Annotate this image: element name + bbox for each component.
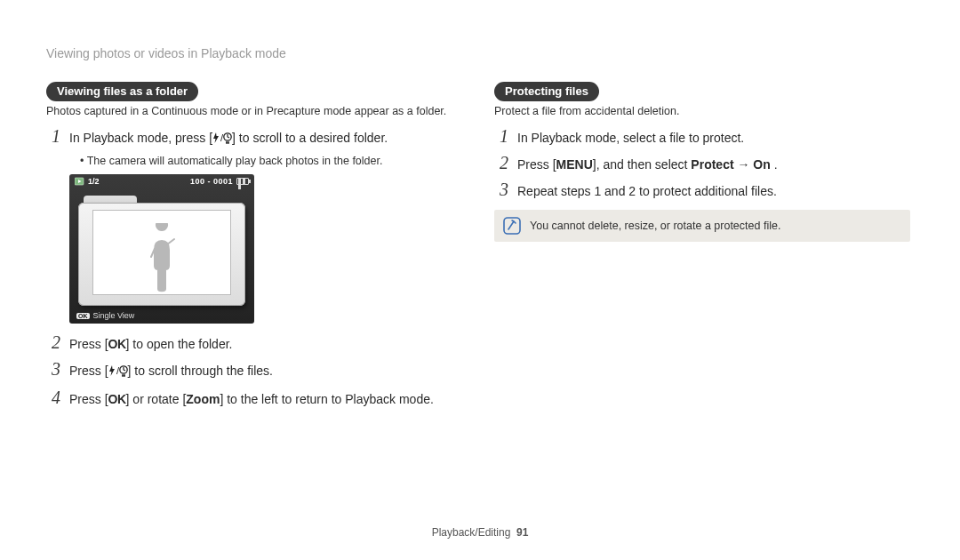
step-2: 2 Press [MENU], and then select Protect … <box>494 153 910 174</box>
step-text-part: Press [ <box>517 157 556 172</box>
camera-screen: 1/2 100 - 0001 HS <box>69 174 254 324</box>
step-text: Press [OK] to open the folder. <box>69 335 232 354</box>
step-number: 1 <box>494 126 508 147</box>
ok-badge: OK <box>76 313 90 319</box>
step-text-part: ] to scroll to a desired folder. <box>232 131 388 145</box>
protect-label: Protect <box>691 157 733 172</box>
footer-page-number: 91 <box>516 526 528 539</box>
step-text: In Playback mode, select a file to prote… <box>517 129 744 148</box>
folder-graphic: HS <box>78 194 245 306</box>
step-number: 2 <box>46 332 60 353</box>
photo-counter: 1/2 <box>88 177 100 186</box>
step-number: 4 <box>46 388 60 408</box>
note-callout: You cannot delete, resize, or rotate a p… <box>494 210 910 242</box>
step-text-part: Press [ <box>69 337 108 351</box>
folder-number: 100 - 0001 <box>190 177 233 186</box>
step-text-part: Press [ <box>69 392 108 406</box>
camera-bottom-bar: OK Single View <box>76 311 134 320</box>
on-label: On <box>753 157 770 172</box>
battery-icon <box>236 178 249 185</box>
step-1: 1 In Playback mode, press [/] to scroll … <box>46 126 462 149</box>
arrow: → <box>734 157 754 172</box>
photo-silhouette <box>92 210 231 295</box>
footer-section: Playback/Editing <box>432 526 511 539</box>
bottom-label: Single View <box>93 311 135 320</box>
note-text: You cannot delete, resize, or rotate a p… <box>530 220 780 232</box>
flash-timer-icon: / <box>108 364 128 382</box>
step-text: Press [/] to scroll through the files. <box>69 362 273 382</box>
ok-key: OK <box>108 392 126 406</box>
section-description: Protect a file from accidental deletion. <box>494 105 910 117</box>
camera-preview-thumb: 1/2 100 - 0001 HS <box>69 174 462 324</box>
step-text: Press [OK] or rotate [Zoom] to the left … <box>69 390 434 409</box>
step-number: 1 <box>46 126 60 147</box>
left-column: Viewing files as a folder Photos capture… <box>46 82 462 414</box>
step-1: 1 In Playback mode, select a file to pro… <box>494 126 910 148</box>
step-number: 3 <box>494 180 508 200</box>
step-number: 3 <box>46 359 60 380</box>
step-text: In Playback mode, press [/] to scroll to… <box>69 129 388 149</box>
page-header: Viewing photos or videos in Playback mod… <box>46 46 910 60</box>
step-text-part: Press [ <box>69 364 108 378</box>
step-text-part: ] to the left to return to Playback mode… <box>220 392 433 406</box>
step-text-part: ] to scroll through the files. <box>128 364 273 378</box>
step-text: Repeat steps 1 and 2 to protect addition… <box>517 182 777 201</box>
zoom-label: Zoom <box>186 392 220 406</box>
step-3: 3 Repeat steps 1 and 2 to protect additi… <box>494 180 910 201</box>
section-pill-protecting: Protecting files <box>494 82 599 101</box>
playback-icon <box>75 177 85 186</box>
section-description: Photos captured in a Continuous mode or … <box>46 105 462 117</box>
menu-key: MENU <box>556 157 593 172</box>
step-text-part: ] or rotate [ <box>126 392 187 406</box>
two-column-layout: Viewing files as a folder Photos capture… <box>46 82 910 414</box>
page-footer: Playback/Editing 91 <box>0 526 960 539</box>
step-2: 2 Press [OK] to open the folder. <box>46 332 462 354</box>
step-number: 2 <box>494 153 508 173</box>
ok-key: OK <box>108 337 126 351</box>
right-column: Protecting files Protect a file from acc… <box>494 82 910 414</box>
step-3: 3 Press [/] to scroll through the files. <box>46 359 462 382</box>
step-4: 4 Press [OK] or rotate [Zoom] to the lef… <box>46 388 462 409</box>
flash-timer-icon: / <box>212 131 232 149</box>
camera-top-bar: 1/2 100 - 0001 <box>69 174 254 186</box>
page: Viewing photos or videos in Playback mod… <box>0 0 960 560</box>
step-bullet: The camera will automatically play back … <box>80 155 462 167</box>
info-icon <box>503 217 521 235</box>
step-text-part: ] to open the folder. <box>126 337 233 351</box>
step-text-part: In Playback mode, press [ <box>69 131 212 145</box>
step-text: Press [MENU], and then select Protect → … <box>517 156 778 174</box>
section-pill-viewing: Viewing files as a folder <box>46 82 198 101</box>
step-text-part: ], and then select <box>593 157 692 172</box>
step-text-part: . <box>771 157 778 172</box>
